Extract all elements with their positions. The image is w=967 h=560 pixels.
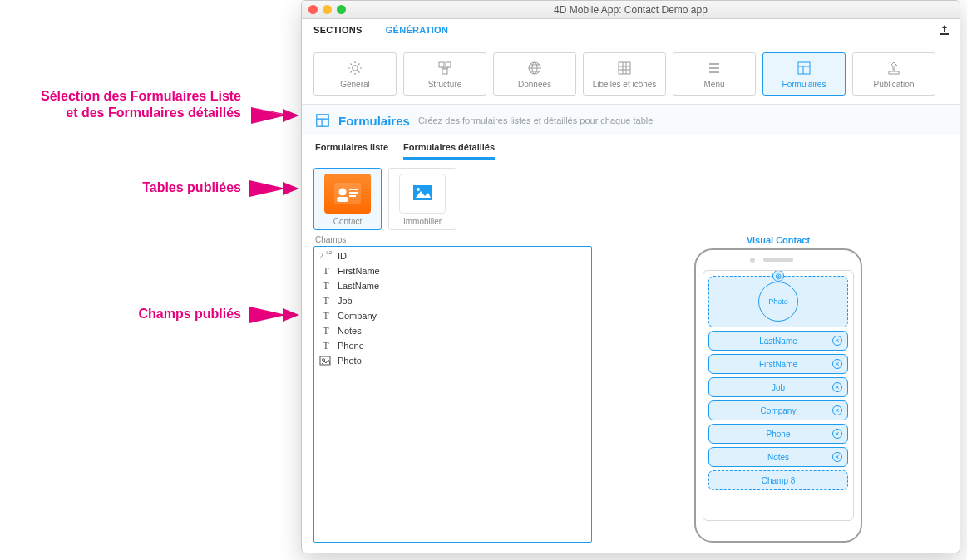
type-text-icon: T — [319, 295, 333, 307]
field-row[interactable]: TLastName — [314, 278, 591, 293]
phone-camera — [750, 258, 755, 263]
toolbar-publication[interactable]: Publication — [852, 52, 935, 96]
annotation-form-selection: Sélection des Formulaires Liste et des F… — [0, 88, 241, 121]
field-row[interactable]: TFirstName — [314, 263, 591, 278]
type-text-icon: T — [319, 325, 333, 336]
window-title: 4D Mobile App: Contact Demo app — [302, 4, 960, 16]
titlebar: 4D Mobile App: Contact Demo app — [302, 1, 960, 19]
layout-icon — [796, 60, 812, 76]
table-card-contact[interactable]: Contact — [313, 168, 382, 230]
slot-notes[interactable]: Notes× — [708, 447, 848, 467]
globe-icon — [526, 60, 543, 76]
toolbar-menu[interactable]: Menu — [673, 52, 756, 96]
svg-marker-1 — [249, 180, 286, 197]
section-subtitle: Créez des formulaires listes et détaillé… — [418, 115, 653, 125]
type-number-icon — [319, 250, 333, 262]
field-row[interactable]: ID — [314, 248, 591, 263]
tab-sections[interactable]: SECTIONS — [302, 19, 374, 42]
phone-screen: ⊕ Photo LastName× FirstName× Job× Compan… — [703, 270, 854, 521]
svg-rect-22 — [349, 195, 356, 197]
toolbar-structure-label: Structure — [428, 80, 462, 89]
field-row[interactable]: TPhone — [314, 338, 591, 353]
field-row[interactable]: Photo — [314, 353, 591, 368]
table-card-immobilier-label: Immobilier — [403, 217, 442, 226]
table-cards: Contact Immobilier — [302, 160, 960, 235]
remove-icon[interactable]: × — [832, 452, 842, 462]
list-icon — [706, 60, 723, 76]
toolbar-donnees-label: Données — [518, 80, 551, 89]
form-subtabs: Formulaires liste Formulaires détaillés — [302, 135, 960, 160]
toolbar-libelles-label: Libellés et icônes — [593, 80, 657, 89]
remove-icon[interactable]: × — [832, 336, 842, 346]
field-row[interactable]: TJob — [314, 293, 591, 308]
svg-marker-4 — [283, 308, 299, 322]
toolbar-publication-label: Publication — [874, 80, 915, 89]
slot-job[interactable]: Job× — [708, 377, 848, 397]
subtab-list[interactable]: Formulaires liste — [315, 142, 388, 160]
type-text-icon: T — [319, 340, 333, 351]
section-header: Formulaires Créez des formulaires listes… — [302, 105, 960, 135]
type-image-icon — [319, 355, 333, 366]
slot-photo[interactable]: ⊕ Photo — [708, 276, 848, 327]
svg-marker-2 — [283, 182, 299, 195]
arrow-form-selection — [249, 104, 299, 127]
svg-rect-21 — [349, 192, 358, 194]
svg-rect-10 — [442, 69, 447, 74]
arrow-fields — [249, 303, 299, 327]
svg-marker-3 — [249, 307, 286, 323]
toolbar-libelles[interactable]: Libellés et icônes — [583, 52, 666, 96]
type-text-icon: T — [319, 265, 333, 277]
svg-rect-20 — [349, 189, 358, 190]
fields-list[interactable]: ID TFirstName TLastName TJob TCompany TN… — [313, 246, 592, 543]
field-row[interactable]: TNotes — [314, 323, 591, 338]
remove-icon[interactable]: × — [832, 359, 842, 369]
annotation-fields: Champs publiés — [0, 306, 241, 322]
phone-speaker — [763, 258, 793, 262]
slot-company[interactable]: Company× — [708, 400, 848, 420]
upload-icon[interactable] — [938, 23, 951, 37]
section-title: Formulaires — [338, 114, 410, 128]
contact-card-icon — [324, 174, 371, 214]
slot-phone[interactable]: Phone× — [708, 424, 848, 444]
slot-firstname[interactable]: FirstName× — [708, 354, 848, 374]
toolbar-general-label: Général — [340, 80, 370, 89]
svg-rect-15 — [889, 71, 899, 74]
structure-icon — [437, 60, 453, 76]
svg-point-27 — [323, 359, 325, 361]
subtab-detail[interactable]: Formulaires détaillés — [403, 142, 495, 160]
remove-icon[interactable]: × — [832, 429, 842, 439]
table-card-contact-label: Contact — [333, 217, 362, 226]
arrow-tables — [249, 177, 299, 200]
svg-point-18 — [339, 189, 347, 196]
svg-marker-0 — [283, 109, 299, 122]
publish-icon — [886, 60, 902, 76]
field-row[interactable]: TCompany — [314, 308, 591, 323]
svg-rect-19 — [337, 197, 348, 202]
remove-icon[interactable]: × — [832, 405, 842, 415]
slot-handle-icon[interactable]: ⊕ — [772, 270, 784, 282]
svg-rect-14 — [798, 62, 810, 74]
tab-generation[interactable]: GÉNÉRATION — [374, 19, 461, 42]
svg-point-25 — [417, 188, 420, 191]
toolbar-formulaires[interactable]: Formulaires — [762, 52, 846, 96]
toolbar-menu-label: Menu — [703, 80, 724, 89]
table-card-immobilier[interactable]: Immobilier — [388, 168, 456, 230]
svg-point-7 — [353, 65, 358, 70]
toolbar-formulaires-label: Formulaires — [782, 80, 826, 89]
svg-rect-8 — [439, 62, 444, 67]
toolbar-general[interactable]: Général — [313, 52, 397, 96]
type-text-icon: T — [319, 280, 333, 292]
remove-icon[interactable]: × — [832, 382, 842, 392]
toolbar-structure[interactable]: Structure — [403, 52, 486, 96]
preview-title: Visual Contact — [747, 235, 810, 248]
app-window: 4D Mobile App: Contact Demo app SECTIONS… — [301, 0, 960, 553]
slot-empty[interactable]: Champ 8 — [708, 470, 848, 490]
toolbar-donnees[interactable]: Données — [493, 52, 576, 96]
type-text-icon: T — [319, 310, 333, 322]
phone-preview: ⊕ Photo LastName× FirstName× Job× Compan… — [694, 248, 862, 543]
gear-icon — [347, 60, 363, 76]
svg-rect-16 — [317, 115, 328, 126]
svg-rect-9 — [446, 62, 451, 67]
fields-label: Champs — [313, 235, 592, 246]
slot-lastname[interactable]: LastName× — [708, 331, 848, 351]
